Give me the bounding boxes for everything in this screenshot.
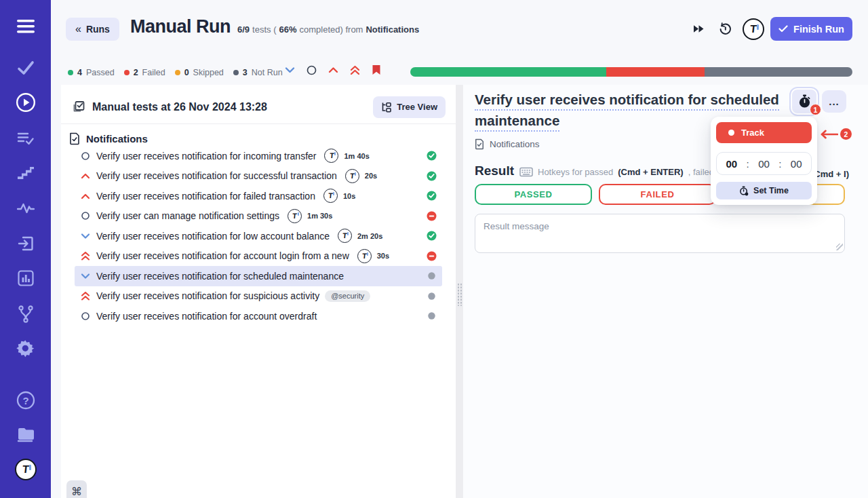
suite-group-label: Notifications: [86, 133, 148, 145]
check-icon[interactable]: [0, 60, 51, 76]
tree-icon: [381, 101, 392, 113]
finish-run-button[interactable]: Finish Run: [770, 17, 852, 41]
status-failed-icon: [427, 211, 437, 221]
test-row[interactable]: Verify user receives notification for su…: [75, 166, 442, 187]
more-options-button[interactable]: ...: [822, 90, 846, 113]
app-logo-icon: T: [324, 149, 338, 163]
app-logo-icon: T: [345, 169, 359, 183]
bookmark-icon[interactable]: [372, 64, 381, 75]
time-input[interactable]: 00 : 00 : 00: [716, 152, 812, 175]
app-logo-icon: T: [288, 209, 302, 223]
branch-icon[interactable]: [0, 305, 51, 324]
check-icon: [778, 25, 788, 33]
set-time-label: Set Time: [753, 186, 789, 195]
fast-forward-icon[interactable]: [693, 24, 705, 33]
status-passed-icon: [427, 171, 437, 181]
test-row[interactable]: Verify user receives notification for ac…: [75, 246, 442, 267]
source-suite: Notifications: [366, 24, 419, 35]
status-passed-icon: [427, 191, 437, 201]
failed-button[interactable]: FAILED: [599, 184, 716, 205]
status-count[interactable]: 2Failed: [124, 68, 165, 77]
tree-view-button[interactable]: Tree View: [373, 96, 446, 118]
test-row[interactable]: Verify user receives notification for fa…: [75, 186, 442, 206]
bar-chart-icon[interactable]: [0, 269, 51, 287]
priority-low-icon: [80, 273, 91, 280]
status-dot-icon: [68, 70, 73, 75]
priority-highest-icon: [80, 291, 91, 301]
run-title: Manual tests at 26 Nov 2024 13:28: [92, 101, 267, 113]
list-check-icon[interactable]: [0, 130, 51, 147]
chevron-up-icon[interactable]: [328, 66, 338, 73]
status-count[interactable]: 0Skipped: [175, 68, 224, 77]
test-row[interactable]: Verify user receives notification for ac…: [75, 306, 442, 326]
set-time-button[interactable]: Set Time: [716, 182, 812, 199]
back-to-runs-button[interactable]: « Runs: [66, 18, 119, 41]
steps-icon[interactable]: [0, 166, 51, 182]
retry-timer-icon[interactable]: [718, 22, 732, 36]
status-notrun-icon: [427, 291, 437, 301]
test-row[interactable]: Verify user receives notification for in…: [75, 146, 442, 166]
chevrons-left-icon: «: [75, 23, 81, 35]
priority-normal-icon: [80, 151, 91, 161]
test-rows: Verify user receives notification for in…: [61, 146, 456, 326]
hours-field[interactable]: 00: [726, 158, 737, 170]
stopwatch-icon: [798, 94, 811, 109]
gear-icon[interactable]: [0, 339, 51, 358]
status-counts: 4Passed2Failed0Skipped3Not Run: [68, 64, 283, 81]
chevrons-up-icon[interactable]: [350, 65, 360, 75]
test-title: Verify user can manage notification sett…: [96, 210, 279, 221]
folders-icon[interactable]: [0, 425, 51, 443]
test-row[interactable]: Verify user can manage notification sett…: [75, 206, 442, 227]
menu-icon[interactable]: [0, 18, 51, 35]
test-title: Verify user receives notification for su…: [96, 290, 319, 301]
circle-icon[interactable]: [307, 65, 317, 75]
priority-high-icon: [80, 172, 91, 179]
status-count[interactable]: 3Not Run: [233, 68, 283, 77]
breadcrumb-label: Notifications: [490, 139, 540, 149]
result-message-input[interactable]: [475, 214, 845, 253]
test-tag[interactable]: @security: [325, 290, 370, 302]
tests-fraction: 6/9: [237, 24, 250, 35]
hotkeys-hint: Hotkeys for passed (Cmd + ENTER) , faile…: [519, 167, 714, 177]
arrow-left-icon: [819, 130, 838, 139]
percent-completed: 66%: [279, 24, 296, 35]
priority-highest-icon: [80, 251, 91, 261]
help-icon[interactable]: ?: [0, 391, 51, 410]
panel-splitter[interactable]: [456, 85, 463, 498]
result-message-wrap: [475, 214, 845, 253]
test-row[interactable]: Verify user receives notification for lo…: [75, 226, 442, 246]
priority-normal-icon: [80, 311, 91, 321]
app-logo-icon: T: [323, 189, 338, 203]
activity-icon[interactable]: [0, 201, 51, 216]
minutes-field[interactable]: 00: [758, 158, 770, 170]
test-duration: 1m 40s: [344, 152, 369, 160]
track-button[interactable]: Track: [716, 122, 812, 143]
status-count[interactable]: 4Passed: [68, 68, 115, 77]
passed-button[interactable]: PASSED: [475, 184, 592, 205]
login-icon[interactable]: [0, 235, 51, 252]
play-circle-icon[interactable]: [0, 92, 51, 113]
test-row[interactable]: Verify user receives notification for su…: [75, 286, 442, 307]
chevron-down-icon[interactable]: [285, 66, 295, 73]
seconds-field[interactable]: 00: [791, 158, 802, 170]
progress-segment: [606, 67, 705, 77]
track-label: Track: [741, 128, 764, 138]
status-notrun-icon: [427, 311, 437, 321]
status-dot-icon: [124, 70, 130, 75]
suite-group[interactable]: Notifications: [69, 132, 148, 145]
run-progress-bar: [410, 67, 852, 77]
status-notrun-icon: [427, 271, 437, 281]
test-row[interactable]: Verify user receives notification for sc…: [75, 266, 442, 286]
test-title: Verify user receives notification for ac…: [96, 250, 349, 261]
test-duration: 20s: [365, 172, 377, 180]
test-duration: 1m 30s: [307, 212, 332, 220]
breadcrumb[interactable]: Notifications: [475, 138, 540, 150]
test-title: Verify user receives notification for in…: [96, 151, 316, 161]
test-list-panel: Manual tests at 26 Nov 2024 13:28 Tree V…: [61, 85, 456, 498]
app-logo[interactable]: T: [0, 459, 51, 480]
annotation-badge-1: 1: [810, 104, 821, 115]
checklist-icon: [71, 100, 85, 114]
command-shortcut-button[interactable]: ⌘: [66, 480, 87, 498]
annotation-arrow-2: 2: [819, 128, 852, 140]
keyboard-icon: [519, 167, 533, 177]
